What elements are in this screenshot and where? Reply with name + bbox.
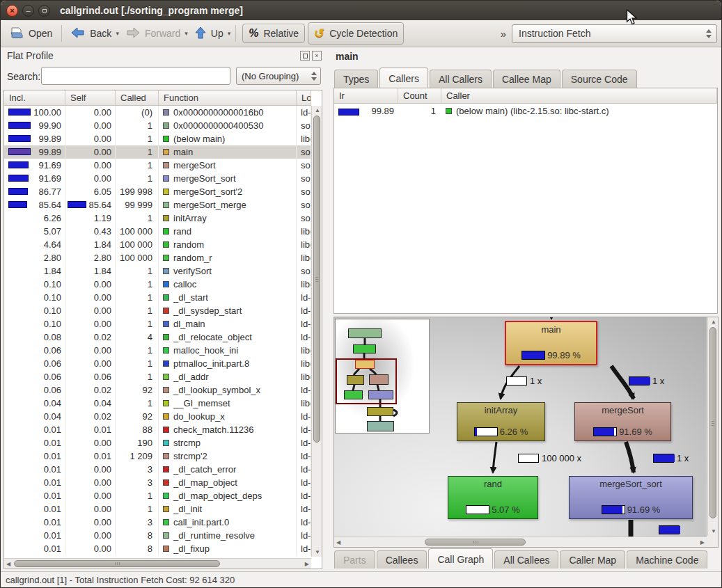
incl-cell: 0.01 (4, 436, 65, 450)
close-button[interactable]: × (6, 5, 18, 17)
scrollbar-thumb[interactable] (14, 560, 220, 567)
forward-dropdown-caret[interactable]: ▾ (185, 30, 188, 37)
table-row[interactable]: 0.01 0.00 1 _dl_init ld-2 (4, 502, 311, 516)
maximize-button[interactable] (38, 5, 50, 17)
scroll-up-icon[interactable]: ▲ (315, 107, 320, 113)
scroll-down-icon[interactable]: ▼ (315, 549, 320, 555)
graph-node[interactable]: mergeSort_sort 91.69 % (569, 476, 693, 519)
tab[interactable]: Callees (377, 550, 427, 569)
table-row[interactable]: 6.26 1.19 1 initArray sor (4, 212, 311, 225)
grouping-select[interactable]: (No Grouping) (236, 67, 321, 85)
tab[interactable]: Parts (334, 550, 375, 569)
up-dropdown-caret[interactable]: ▾ (228, 30, 231, 37)
table-vscrollbar[interactable]: ▲ ▼ (311, 106, 322, 557)
scrollbar-thumb[interactable] (425, 539, 526, 546)
graph-overview-minimap[interactable] (335, 319, 430, 434)
col-caller[interactable]: Caller (441, 88, 717, 103)
scrollbar-thumb[interactable] (709, 327, 716, 518)
col-function[interactable]: Function (159, 90, 297, 105)
table-row[interactable]: 0.01 0.00 3 call_init.part.0 ld-2 (4, 516, 311, 529)
table-row[interactable]: 0.04 0.02 92 do_lookup_x ld-2 (4, 410, 311, 423)
table-row[interactable]: 0.01 0.00 190 strcmp ld-2 (4, 436, 311, 450)
scroll-right-icon[interactable]: ▶ (305, 561, 309, 567)
relative-toggle-button[interactable]: % Relative (242, 24, 305, 43)
search-input[interactable] (41, 67, 230, 85)
up-button[interactable]: Up (189, 24, 229, 44)
scroll-down-icon[interactable]: ▼ (711, 528, 716, 534)
tab[interactable]: Caller Map (560, 550, 625, 569)
tab[interactable]: All Callees (494, 550, 558, 569)
table-row[interactable]: 99.89 0.00 1 (below main) libc (4, 132, 311, 145)
table-row[interactable]: 85.64 85.64 99 999 mergeSort_merge sor (4, 198, 311, 212)
graph-vscrollbar[interactable]: ▲ ▼ (707, 317, 718, 536)
table-row[interactable]: 0.01 0.00 8 _dl_runtime_resolve ld-2 (4, 529, 311, 542)
back-dropdown-caret[interactable]: ▾ (116, 30, 119, 37)
scrollbar-thumb[interactable] (313, 116, 320, 443)
table-row[interactable]: 0.01 0.01 88 check_match.11236 ld-2 (4, 423, 311, 436)
tab[interactable]: All Callers (430, 70, 492, 88)
col-called[interactable]: Called (116, 90, 159, 105)
open-button[interactable]: Open (5, 24, 58, 43)
table-row[interactable]: 1.84 1.84 1 verifySort sor (4, 264, 311, 278)
forward-button[interactable]: Forward (120, 24, 186, 43)
dock-close-icon[interactable]: × (312, 51, 322, 61)
tab[interactable]: Callers (379, 67, 428, 88)
tab[interactable]: Call Graph (428, 548, 493, 569)
cycle-detection-button[interactable]: ↺ Cycle Detection (308, 22, 404, 45)
graph-node[interactable]: main 99.89 % (505, 321, 597, 365)
table-row[interactable]: 4.64 1.84 100 000 random libc (4, 238, 311, 251)
table-row[interactable]: 0.08 0.02 4 _dl_relocate_object ld-2 (4, 331, 311, 344)
graph-node[interactable]: rand 5.07 % (448, 476, 538, 519)
table-row[interactable]: 0.04 0.04 1 __GI_memset libc (4, 397, 311, 410)
scroll-up-icon[interactable]: ▲ (711, 319, 716, 325)
selected-function-title: main (336, 51, 359, 62)
col-incl[interactable]: Incl. (4, 90, 65, 105)
incl-cell: 6.26 (4, 212, 65, 225)
col-ir[interactable]: Ir (334, 88, 398, 103)
table-row[interactable]: 0.01 0.00 3 _dl_map_object ld-2 (4, 476, 311, 489)
dock-float-icon[interactable] (300, 51, 310, 61)
edge-label: 100 000 x (518, 453, 581, 463)
table-row[interactable]: 0.01 0.00 8 _dl_fixup ld-2 (4, 542, 311, 555)
table-row[interactable]: 0.01 0.01 1 209 strcmp'2 ld-2 (4, 450, 311, 463)
back-button[interactable]: Back (65, 24, 117, 43)
table-row[interactable]: 0.10 0.00 1 calloc libc (4, 278, 311, 291)
table-row[interactable]: 0.01 0.00 3 _dl_catch_error ld-2 (4, 463, 311, 476)
tab[interactable]: Machine Code (627, 550, 707, 569)
table-row[interactable]: 0.01 0.00 1 _dl_map_object_deps ld-2 (4, 489, 311, 502)
tab[interactable]: Callee Map (493, 70, 560, 88)
event-type-select[interactable]: Instruction Fetch (512, 24, 717, 43)
tab[interactable]: Types (334, 70, 378, 88)
call-graph-canvas[interactable]: main 99.89 % initArray 6.26 % mergeSort (334, 317, 707, 537)
table-row[interactable]: 0.10 0.00 1 dl_main ld-2 (4, 317, 311, 331)
minimap-viewport[interactable] (336, 358, 397, 404)
col-location[interactable]: Loc (297, 90, 311, 105)
table-row[interactable]: 0.06 0.00 1 malloc_hook_ini libc (4, 344, 311, 357)
minimize-button[interactable]: – (22, 5, 34, 17)
graph-node[interactable]: initArray 6.26 % (457, 402, 545, 441)
graph-node[interactable]: mergeSort 91.69 % (574, 402, 671, 441)
table-row[interactable]: 0.06 0.00 1 ptmalloc_init.part.8 libc (4, 357, 311, 370)
scroll-left-icon[interactable]: ◀ (336, 539, 340, 546)
table-row[interactable]: 99.90 0.00 1 0x0000000000400530 sor (4, 119, 311, 132)
scroll-left-icon[interactable]: ◀ (6, 561, 10, 567)
table-row[interactable]: 0.06 0.02 92 _dl_lookup_symbol_x ld-2 (4, 383, 311, 397)
scroll-right-icon[interactable]: ▶ (700, 539, 705, 546)
table-row[interactable]: 0.10 0.00 1 _dl_start ld-2 (4, 291, 311, 304)
table-row[interactable]: 86.77 6.05 199 998 mergeSort_sort'2 sor (4, 185, 311, 198)
table-row[interactable]: 99.89 1 (below main) (libc-2.15.so: libc… (334, 104, 717, 118)
tab[interactable]: Source Code (562, 70, 637, 88)
col-count[interactable]: Count (398, 88, 441, 103)
table-row[interactable]: 0.10 0.00 1 _dl_sysdep_start ld-2 (4, 304, 311, 317)
toolbar-overflow-icon[interactable]: » (501, 28, 506, 40)
table-row[interactable]: 2.80 2.80 100 000 random_r libc (4, 251, 311, 264)
table-hscrollbar[interactable]: ◀ ▶ (4, 558, 311, 569)
table-row[interactable]: 91.69 0.00 1 mergeSort sor (4, 159, 311, 172)
table-row[interactable]: 91.69 0.00 1 mergeSort_sort sor (4, 172, 311, 185)
col-self[interactable]: Self (65, 90, 116, 105)
table-row[interactable]: 5.07 0.43 100 000 rand libc (4, 225, 311, 238)
table-row[interactable]: 99.89 0.00 1 main sor (4, 145, 311, 159)
graph-hscrollbar[interactable]: ◀ ▶ (334, 537, 707, 547)
table-row[interactable]: 0.06 0.06 1 _dl_addr libc (4, 370, 311, 383)
table-row[interactable]: 100.00 0.00 (0) 0x00000000000016b0 ld-2 (4, 106, 311, 119)
